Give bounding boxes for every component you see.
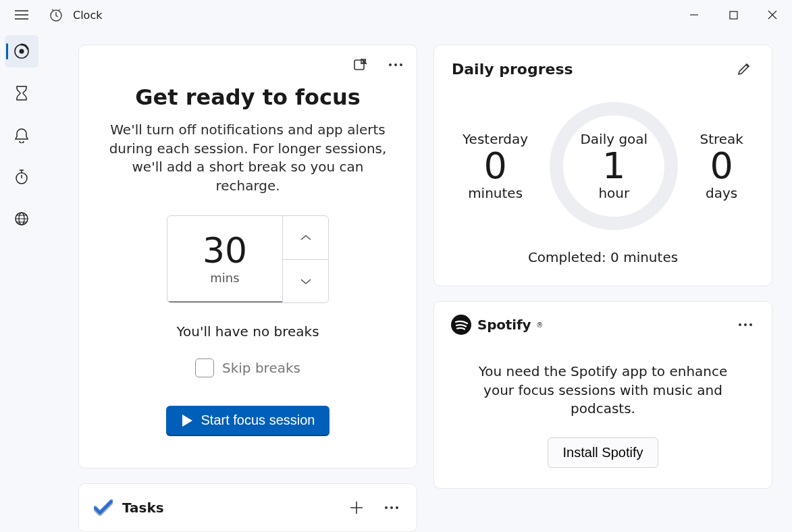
- spotify-more-button[interactable]: [735, 315, 756, 335]
- duration-value: 30: [203, 233, 247, 268]
- svg-point-11: [385, 506, 388, 509]
- tasks-card: Tasks: [78, 483, 417, 532]
- daily-progress-card: Daily progress Yesterday 0 minutes Dai: [433, 45, 772, 286]
- tasks-title: Tasks: [122, 500, 164, 516]
- nav-world-clock[interactable]: [5, 203, 38, 235]
- focus-session-card: Get ready to focus We'll turn off notifi…: [78, 45, 417, 469]
- completed-text: Completed: 0 minutes: [452, 249, 754, 265]
- nav-timer[interactable]: [5, 77, 38, 109]
- svg-point-16: [744, 323, 747, 326]
- install-spotify-button[interactable]: Install Spotify: [548, 437, 659, 468]
- collapse-icon[interactable]: [350, 55, 371, 75]
- svg-point-17: [749, 323, 752, 326]
- yesterday-stat: Yesterday 0 minutes: [463, 131, 528, 202]
- tasks-more-button[interactable]: [381, 498, 402, 518]
- maximize-button[interactable]: [714, 1, 753, 28]
- nav-focus-sessions[interactable]: [5, 35, 38, 68]
- add-task-button[interactable]: [346, 498, 367, 518]
- close-button[interactable]: [753, 1, 792, 28]
- svg-point-8: [389, 63, 392, 66]
- focus-description: We'll turn off notifications and app ale…: [97, 121, 399, 195]
- nav-alarm[interactable]: [5, 119, 38, 151]
- hamburger-menu-button[interactable]: [0, 0, 43, 30]
- spotify-description: You need the Spotify app to enhance your…: [450, 363, 756, 419]
- svg-point-13: [396, 506, 398, 509]
- start-focus-session-button[interactable]: Start focus session: [166, 406, 330, 436]
- duration-decrease-button[interactable]: [283, 260, 328, 303]
- edit-progress-button[interactable]: [734, 59, 754, 79]
- svg-rect-1: [730, 11, 737, 19]
- daily-goal-ring: Daily goal 1 hour: [550, 102, 678, 230]
- play-icon: [181, 414, 193, 427]
- title-bar: Clock: [0, 0, 792, 30]
- clock-app-icon: [49, 7, 63, 22]
- svg-point-15: [739, 323, 741, 326]
- nav-sidebar: [0, 30, 43, 532]
- spotify-logo: Spotify®: [450, 314, 543, 336]
- duration-increase-button[interactable]: [283, 216, 328, 260]
- minimize-button[interactable]: [675, 1, 714, 28]
- svg-point-12: [390, 506, 393, 509]
- app-title: Clock: [73, 9, 102, 22]
- spotify-card: Spotify® You need the Spotify app to enh…: [433, 301, 772, 489]
- breaks-info: You'll have no breaks: [97, 323, 399, 340]
- streak-stat: Streak 0 days: [699, 131, 743, 202]
- tasks-icon: [94, 500, 113, 516]
- focus-heading: Get ready to focus: [97, 84, 399, 110]
- skip-breaks-label: Skip breaks: [222, 360, 300, 376]
- svg-point-3: [20, 49, 24, 54]
- nav-stopwatch[interactable]: [5, 161, 38, 193]
- start-button-label: Start focus session: [201, 413, 315, 428]
- daily-progress-title: Daily progress: [452, 61, 573, 78]
- duration-picker[interactable]: 30 mins: [167, 215, 329, 303]
- skip-breaks-checkbox[interactable]: [195, 358, 214, 377]
- svg-point-9: [394, 63, 397, 66]
- more-options-button[interactable]: [386, 55, 406, 75]
- duration-unit: mins: [210, 271, 239, 285]
- svg-point-10: [400, 63, 402, 66]
- svg-rect-7: [354, 60, 364, 70]
